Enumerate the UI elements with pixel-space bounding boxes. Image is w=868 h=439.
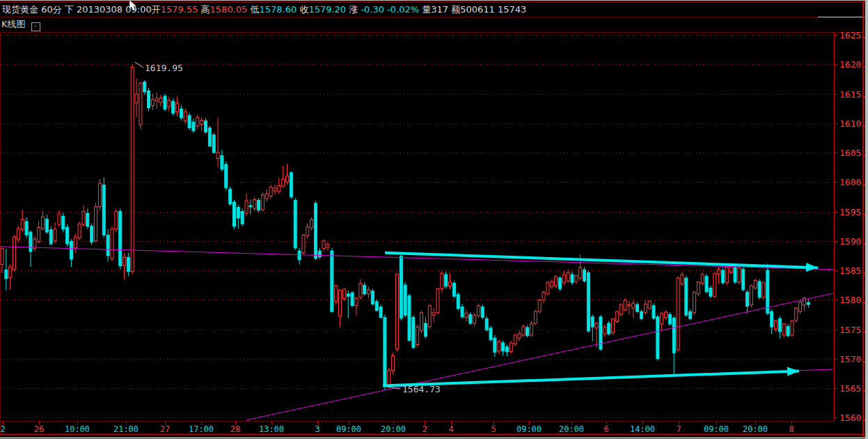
candle — [436, 288, 439, 314]
candle — [477, 304, 480, 318]
candle — [644, 300, 647, 315]
candle — [42, 212, 45, 231]
candle — [494, 335, 496, 357]
candle — [697, 281, 700, 296]
lower-wedge-cyan[interactable] — [383, 371, 799, 385]
candle — [725, 265, 728, 285]
candle — [652, 303, 655, 320]
candle — [624, 298, 626, 311]
candle — [13, 235, 16, 271]
candle — [514, 333, 516, 346]
candle — [681, 272, 684, 286]
candle — [510, 341, 512, 353]
candle — [274, 185, 276, 194]
candle — [441, 271, 443, 293]
candle — [139, 82, 142, 130]
upper-wedge-cyan[interactable] — [385, 253, 818, 268]
candlestick-chart: 1625.01620.01615.01610.01605.01600.01595… — [0, 0, 868, 439]
candle — [98, 179, 101, 210]
candle — [258, 198, 260, 213]
lower-wedge-cyan-arrowhead[interactable] — [787, 367, 799, 376]
time-axis-label: 27 — [160, 424, 170, 434]
candle — [754, 279, 757, 290]
time-axis-label: 20:00 — [559, 424, 584, 434]
candle — [445, 272, 448, 289]
time-axis-label: 3 — [315, 424, 319, 434]
time-axis-label: 09:00 — [516, 424, 542, 434]
candle — [172, 98, 175, 116]
candle — [176, 97, 179, 116]
candle — [326, 242, 329, 251]
candle — [339, 289, 342, 328]
candle — [310, 217, 313, 231]
candle — [461, 304, 464, 318]
candle — [25, 217, 28, 238]
candle — [665, 310, 668, 320]
candle — [322, 239, 325, 252]
time-axis-label: 09:00 — [704, 424, 729, 434]
candle — [505, 344, 508, 356]
candle — [379, 305, 382, 318]
candle — [628, 301, 631, 314]
candle — [58, 210, 61, 228]
candle — [807, 300, 810, 308]
candle — [131, 65, 134, 275]
candle — [787, 324, 789, 337]
candle — [661, 311, 663, 330]
time-axis-label: 2 — [422, 424, 427, 434]
candle — [368, 287, 370, 298]
candle — [49, 226, 52, 246]
upper-wedge-cyan-arrowhead[interactable] — [806, 263, 818, 272]
candle — [530, 321, 533, 337]
candle — [62, 213, 65, 232]
candle — [424, 318, 427, 339]
candle — [636, 302, 639, 313]
candle — [449, 272, 452, 289]
candle — [672, 316, 675, 375]
candle — [245, 194, 248, 216]
candle — [534, 310, 537, 325]
candle — [363, 282, 366, 295]
candle — [119, 208, 122, 269]
candle — [384, 314, 386, 390]
candle — [522, 325, 525, 337]
candle — [5, 249, 8, 291]
candle — [750, 284, 752, 307]
candle — [632, 300, 635, 318]
candle — [721, 268, 724, 285]
candle — [286, 164, 289, 185]
time-axis-label: 26 — [34, 424, 44, 434]
candle — [620, 303, 622, 316]
candle — [29, 231, 32, 267]
candle — [70, 239, 72, 267]
candle — [693, 291, 696, 316]
time-axis-label: 10:00 — [65, 424, 90, 434]
candle — [241, 208, 244, 226]
candle — [713, 272, 716, 298]
candle — [347, 291, 349, 318]
candle — [742, 267, 745, 291]
candle — [689, 309, 692, 321]
candle — [408, 294, 411, 341]
candle — [395, 273, 398, 351]
candle — [188, 113, 191, 130]
candle — [473, 313, 476, 326]
candle — [452, 281, 455, 298]
candle — [212, 132, 215, 153]
candle — [232, 200, 235, 229]
candle — [762, 282, 765, 300]
candle — [159, 95, 162, 107]
candle — [587, 270, 590, 333]
candle — [265, 189, 268, 202]
time-axis-label: 14:00 — [630, 424, 655, 434]
candle — [567, 270, 569, 283]
candle — [746, 290, 749, 314]
candle — [45, 215, 48, 234]
candle — [90, 223, 93, 245]
candle — [668, 312, 671, 325]
candle — [404, 282, 407, 318]
candle — [709, 286, 712, 298]
candle — [612, 318, 615, 334]
time-axis-label: 5 — [491, 424, 496, 434]
candle — [734, 265, 736, 284]
